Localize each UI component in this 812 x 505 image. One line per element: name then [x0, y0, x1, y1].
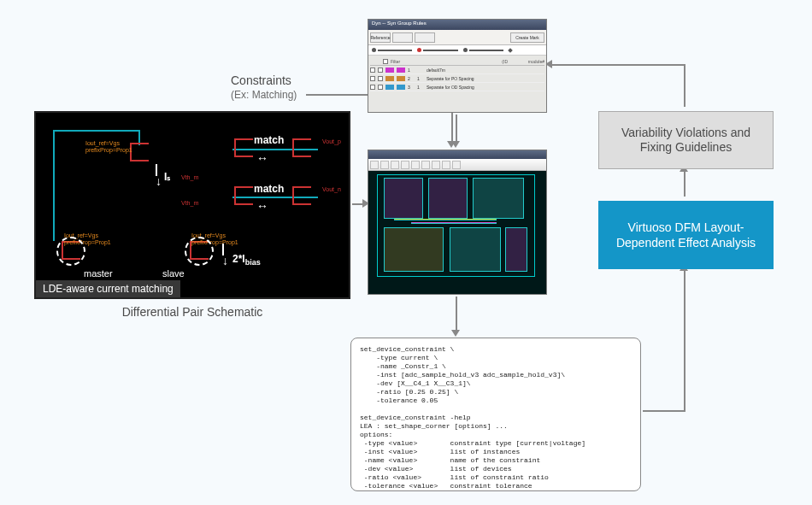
layout-canvas	[368, 171, 546, 294]
table-row[interactable]: 1 default7m	[370, 66, 544, 74]
window-timeline	[368, 45, 546, 56]
arrow-code-blue	[643, 410, 685, 412]
tool-icon[interactable]	[421, 161, 430, 169]
tool-icon[interactable]	[432, 161, 440, 169]
match-label-1: match	[254, 134, 284, 146]
toolbar-button[interactable]: Create Mark	[510, 32, 544, 43]
table-row[interactable]: 2 1 Separate for PO Spacing	[370, 74, 544, 83]
layout-window	[368, 150, 547, 295]
arrow-blue-gray	[684, 171, 685, 197]
tool-icon[interactable]	[380, 161, 389, 169]
window-toolbar: Reference Create Mark	[368, 30, 546, 45]
dfm-analysis-box: Virtuoso DFM Layout-Dependent Effect Ana…	[598, 201, 774, 269]
toolbar-button[interactable]	[415, 32, 435, 43]
constraints-title: Constraints	[231, 73, 291, 87]
tool-icon[interactable]	[442, 161, 450, 169]
code-output: set_device_constraint \ -type current \ …	[350, 338, 641, 491]
window-table: Filter (ID module# 1 default7m 2 1 Separ…	[368, 56, 546, 93]
arrow-gray-gui	[684, 64, 685, 107]
tool-icon[interactable]	[391, 161, 399, 169]
slave-label: slave	[162, 268, 185, 279]
variability-box: Variability Violations and Fixing Guidel…	[598, 111, 774, 169]
tool-icon[interactable]	[452, 161, 461, 169]
tool-icon[interactable]	[411, 161, 420, 169]
schematic-caption: Differential Pair Schematic	[34, 305, 350, 319]
master-label: master	[84, 268, 113, 279]
tool-icon[interactable]	[370, 161, 379, 169]
arrow-schematic-layout	[352, 203, 362, 205]
arrow-layout-code	[456, 297, 457, 331]
is-label: Iₛ	[164, 171, 170, 183]
schematic-panel: Iout_ref=VgsprefixProp=Prop1 Iout_ref=Vg…	[34, 111, 350, 299]
match-label-2: match	[254, 183, 284, 195]
toolbar-button[interactable]	[392, 32, 413, 43]
tool-icon[interactable]	[401, 161, 409, 169]
toolbar-button[interactable]: Reference	[370, 32, 391, 43]
schematic-banner: LDE-aware current matching	[36, 280, 180, 297]
constraints-subtitle: (Ex: Matching)	[231, 89, 297, 101]
checkbox[interactable]	[383, 59, 388, 64]
table-row[interactable]: 3 1 Separate for OD Spacing	[370, 83, 544, 91]
window-titlebar: Dyn -- Syn Group Rules	[368, 20, 546, 30]
dfm-tool-window: Dyn -- Syn Group Rules Reference Create …	[368, 19, 547, 113]
arrow-gui-layout	[456, 115, 457, 142]
layout-toolbar	[368, 159, 546, 171]
ibias-label: 2*Ibias	[232, 253, 261, 267]
